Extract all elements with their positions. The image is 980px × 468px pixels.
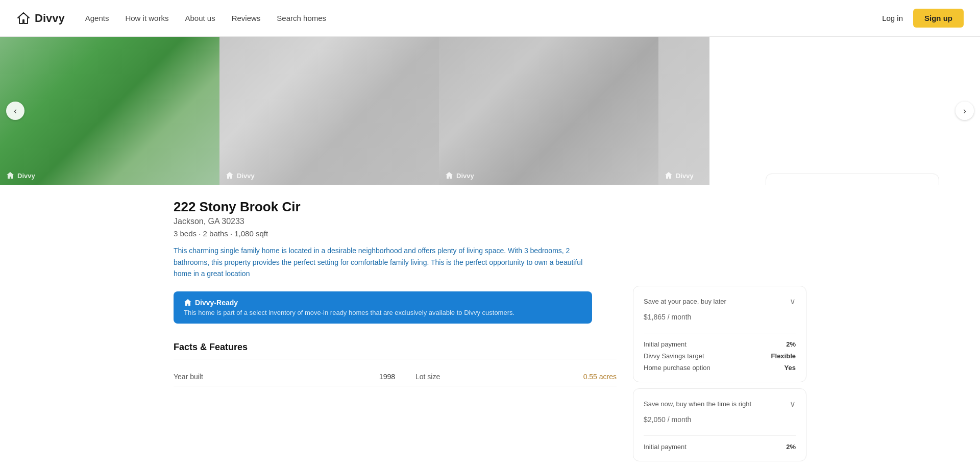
nav-reviews[interactable]: Reviews <box>232 14 261 22</box>
payment-detail-row-initial: Initial payment 2% <box>644 340 796 348</box>
facts-grid: Year built 1998 Lot size 0.55 acres <box>174 367 617 386</box>
gallery-next-button[interactable]: › <box>955 102 974 120</box>
divvy-watermark-icon-2 <box>226 171 234 180</box>
payment-title-save-pace: Save at your pace, buy later <box>644 298 726 305</box>
gallery-prev-button[interactable]: ‹ <box>6 102 24 120</box>
property-city: Jackson, GA 30233 <box>174 217 617 226</box>
gallery-image-3: Divvy <box>439 37 658 185</box>
facts-title: Facts & Features <box>174 342 617 359</box>
fact-row-year: Year built 1998 <box>174 367 395 386</box>
logo[interactable]: Divvy <box>16 11 65 26</box>
sidebar-panel: Save at your pace, buy later ∨ $1,865 / … <box>633 199 806 467</box>
property-specs: 3 beds · 2 baths · 1,080 sqft <box>174 229 617 238</box>
navbar: Divvy Agents How it works About us Revie… <box>0 0 980 37</box>
content-wrapper: 222 Stony Brook Cir Jackson, GA 30233 3 … <box>133 185 847 468</box>
fact-value-year: 1998 <box>379 373 395 381</box>
gallery-image-1: Divvy <box>0 37 219 185</box>
payment-header-save-pace[interactable]: Save at your pace, buy later ∨ <box>644 297 796 306</box>
divvy-ready-title: Divvy-Ready <box>184 299 582 307</box>
logo-icon <box>16 11 31 26</box>
divvy-ready-icon <box>184 299 192 307</box>
nav-search-homes[interactable]: Search homes <box>277 14 326 22</box>
nav-about-us[interactable]: About us <box>185 14 215 22</box>
nav-agents[interactable]: Agents <box>85 14 109 22</box>
price-card-overlay: Home price $209,500 Get pre-qualified <box>766 174 939 185</box>
logo-text: Divvy <box>35 12 65 25</box>
fact-value-lot: 0.55 acres <box>583 373 617 381</box>
property-details-section: 222 Stony Brook Cir Jackson, GA 30233 3 … <box>174 199 617 467</box>
divvy-watermark-icon-1 <box>6 171 14 180</box>
nav-how-it-works[interactable]: How it works <box>125 14 168 22</box>
nav-links: Agents How it works About us Reviews Sea… <box>85 14 882 22</box>
payment-detail-row-savings: Divvy Savings target Flexible <box>644 352 796 360</box>
gallery-watermark-1: Divvy <box>6 171 35 180</box>
payment-details-save-pace: Initial payment 2% Divvy Savings target … <box>644 330 796 372</box>
payment-card-save-now: Save now, buy when the time is right ∨ $… <box>633 388 806 461</box>
divvy-ready-subtitle: This home is part of a select inventory … <box>184 309 582 316</box>
property-address: 222 Stony Brook Cir <box>174 199 617 215</box>
photo-gallery: ‹ Divvy Divvy Divvy <box>0 37 980 185</box>
payment-detail-row-purchase: Home purchase option Yes <box>644 364 796 372</box>
facts-section: Facts & Features Year built 1998 Lot siz… <box>174 342 617 386</box>
nav-actions: Log in Sign up <box>882 9 964 28</box>
gallery-watermark-4: Divvy <box>665 171 694 180</box>
gallery-watermark-3: Divvy <box>445 171 474 180</box>
gallery-image-4: Divvy <box>658 37 709 185</box>
payment-card-save-pace: Save at your pace, buy later ∨ $1,865 / … <box>633 286 806 382</box>
price-label: Home price <box>776 184 928 185</box>
divvy-watermark-icon-4 <box>665 171 673 180</box>
payment-details-save-now: Initial payment 2% <box>644 432 796 451</box>
price-card: Home price $209,500 Get pre-qualified <box>766 174 939 185</box>
chevron-down-icon-2: ∨ <box>790 399 796 409</box>
favorite-icon[interactable] <box>917 184 928 185</box>
login-button[interactable]: Log in <box>882 14 903 22</box>
gallery-image-2: Divvy <box>219 37 439 185</box>
payment-detail-row-initial-2: Initial payment 2% <box>644 443 796 451</box>
fact-row-lot: Lot size 0.55 acres <box>395 367 617 386</box>
payment-amount-save-pace: $1,865 / month <box>644 309 796 323</box>
fact-label-lot: Lot size <box>415 373 440 381</box>
fact-label-year: Year built <box>174 373 203 381</box>
divvy-ready-banner: Divvy-Ready This home is part of a selec… <box>174 291 592 324</box>
divvy-watermark-icon-3 <box>445 171 453 180</box>
property-description: This charming single family home is loca… <box>174 245 592 279</box>
payment-header-save-now[interactable]: Save now, buy when the time is right ∨ <box>644 399 796 409</box>
chevron-down-icon-1: ∨ <box>790 297 796 306</box>
payment-amount-save-now: $2,050 / month <box>644 412 796 425</box>
payment-title-save-now: Save now, buy when the time is right <box>644 400 751 408</box>
gallery-watermark-2: Divvy <box>226 171 255 180</box>
signup-button[interactable]: Sign up <box>913 9 964 28</box>
